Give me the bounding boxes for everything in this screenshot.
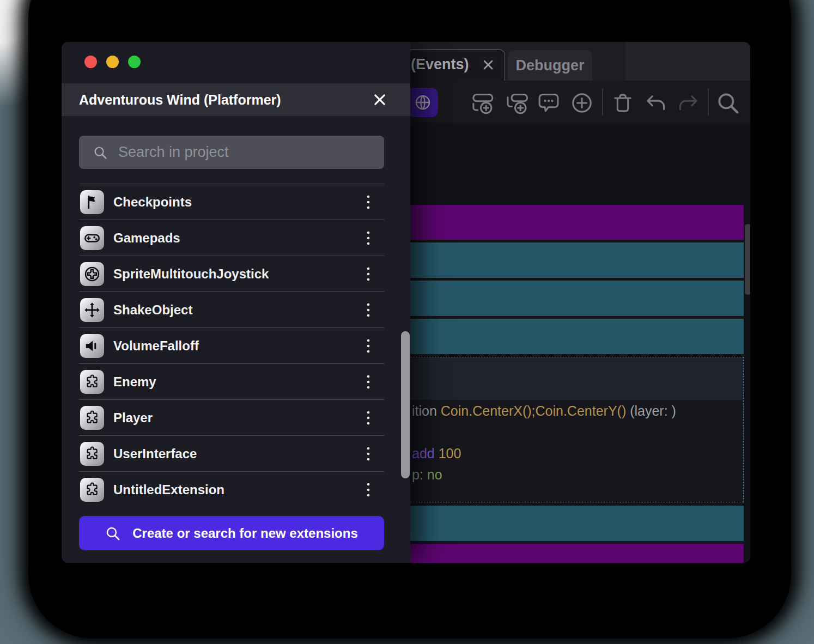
add-event-icon[interactable] <box>471 91 495 115</box>
list-item-label: Checkpoints <box>113 184 192 220</box>
tab-debugger[interactable]: Debugger <box>508 50 592 81</box>
extensions-list: CheckpointsGamepadsSpriteMultitouchJoyst… <box>79 184 384 507</box>
list-item-userinterface[interactable]: UserInterface <box>79 435 384 471</box>
add-subevent-icon[interactable] <box>506 91 530 115</box>
create-extension-label: Create or search for new extensions <box>132 526 357 541</box>
item-menu-kebab-icon[interactable] <box>366 374 371 390</box>
flag-icon <box>80 190 104 214</box>
item-menu-kebab-icon[interactable] <box>366 230 371 246</box>
tab-events-label: (Events) <box>411 50 469 80</box>
globe-icon <box>414 94 432 111</box>
add-circle-icon[interactable] <box>570 91 594 115</box>
search-icon <box>93 145 107 160</box>
joystick-icon <box>80 262 104 286</box>
create-extension-button[interactable]: Create or search for new extensions <box>79 516 384 550</box>
event-block-purple[interactable] <box>405 544 744 563</box>
event-block-teal[interactable] <box>405 281 744 316</box>
event-code-line: p: no <box>412 467 442 483</box>
list-item-player[interactable]: Player <box>79 399 384 435</box>
event-block-teal[interactable] <box>405 506 744 541</box>
list-item-label: UserInterface <box>113 436 197 472</box>
event-block-purple[interactable] <box>405 205 744 240</box>
puzzle-icon <box>80 478 104 502</box>
close-icon[interactable] <box>482 58 495 71</box>
list-item-label: SpriteMultitouchJoystick <box>113 256 269 292</box>
toolbar-separator <box>602 88 603 116</box>
speaker-icon <box>80 334 104 358</box>
event-block-selected[interactable]: ition Coin.CenterX();Coin.CenterY() (lay… <box>405 357 744 502</box>
search-box[interactable] <box>79 136 384 169</box>
code-token: no <box>427 467 442 482</box>
undo-icon[interactable] <box>645 91 669 115</box>
item-menu-kebab-icon[interactable] <box>366 338 371 354</box>
item-menu-kebab-icon[interactable] <box>366 446 371 461</box>
code-token: add <box>412 446 435 461</box>
code-token: p: <box>412 467 427 482</box>
item-menu-kebab-icon[interactable] <box>366 482 371 497</box>
event-condition-area[interactable] <box>406 358 743 400</box>
scene-variables-button[interactable] <box>408 88 438 117</box>
list-item-untitledextension[interactable]: UntitledExtension <box>79 471 384 507</box>
gdevelop-window: (Events) Debugger ition Coin.CenterX();C… <box>62 42 750 563</box>
search-input[interactable] <box>117 143 384 161</box>
close-icon[interactable] <box>372 92 387 107</box>
list-item-label: VolumeFalloff <box>113 328 199 364</box>
event-code-line: ition Coin.CenterX();Coin.CenterY() (lay… <box>412 403 676 419</box>
tab-bar-controls <box>625 42 750 81</box>
panel-scrollbar[interactable] <box>401 331 410 478</box>
move-arrows-icon <box>80 298 104 322</box>
project-manager-panel: Adventurous Wind (Platformer) Checkpoint… <box>62 42 410 563</box>
code-token: Coin.CenterX() <box>441 403 532 418</box>
search-icon <box>105 526 120 541</box>
panel-title: Adventurous Wind (Platformer) <box>79 83 281 116</box>
code-token: Coin.CenterY() <box>536 403 627 418</box>
item-menu-kebab-icon[interactable] <box>366 410 371 426</box>
item-menu-kebab-icon[interactable] <box>366 195 371 210</box>
list-item-label: Player <box>113 400 153 436</box>
macos-close-button[interactable] <box>84 56 97 68</box>
code-token: 100 <box>435 446 461 461</box>
gamepad-icon <box>80 226 104 250</box>
list-item-label: Enemy <box>113 364 156 400</box>
add-comment-icon[interactable] <box>537 91 561 115</box>
list-item-spritemultitouchjoystick[interactable]: SpriteMultitouchJoystick <box>79 256 384 291</box>
list-item-volumefalloff[interactable]: VolumeFalloff <box>79 327 384 363</box>
puzzle-icon <box>80 442 104 466</box>
event-block-teal[interactable] <box>405 242 744 278</box>
tab-debugger-label: Debugger <box>515 57 584 74</box>
event-block-teal[interactable] <box>405 319 744 354</box>
list-item-shakeobject[interactable]: ShakeObject <box>79 291 384 327</box>
redo-icon[interactable] <box>676 91 700 115</box>
events-scrollbar[interactable] <box>745 224 750 295</box>
panel-header: Adventurous Wind (Platformer) <box>62 83 410 116</box>
list-item-label: Gamepads <box>113 220 180 256</box>
item-menu-kebab-icon[interactable] <box>366 302 371 318</box>
code-token: ition <box>412 403 441 418</box>
list-item-label: UntitledExtension <box>113 472 224 508</box>
macos-minimize-button[interactable] <box>106 56 119 68</box>
event-code-line: add 100 <box>412 446 461 461</box>
code-token: (layer: ) <box>626 403 676 418</box>
search-icon[interactable] <box>716 91 740 115</box>
code-token: ; <box>532 403 536 418</box>
trash-icon[interactable] <box>611 91 635 115</box>
list-item-gamepads[interactable]: Gamepads <box>79 220 384 256</box>
puzzle-icon <box>80 406 104 430</box>
list-item-checkpoints[interactable]: Checkpoints <box>79 184 384 220</box>
toolbar-separator <box>708 88 709 116</box>
list-item-label: ShakeObject <box>113 292 192 328</box>
puzzle-icon <box>80 370 104 394</box>
macos-zoom-button[interactable] <box>128 56 141 68</box>
list-item-enemy[interactable]: Enemy <box>79 363 384 399</box>
item-menu-kebab-icon[interactable] <box>366 266 371 282</box>
